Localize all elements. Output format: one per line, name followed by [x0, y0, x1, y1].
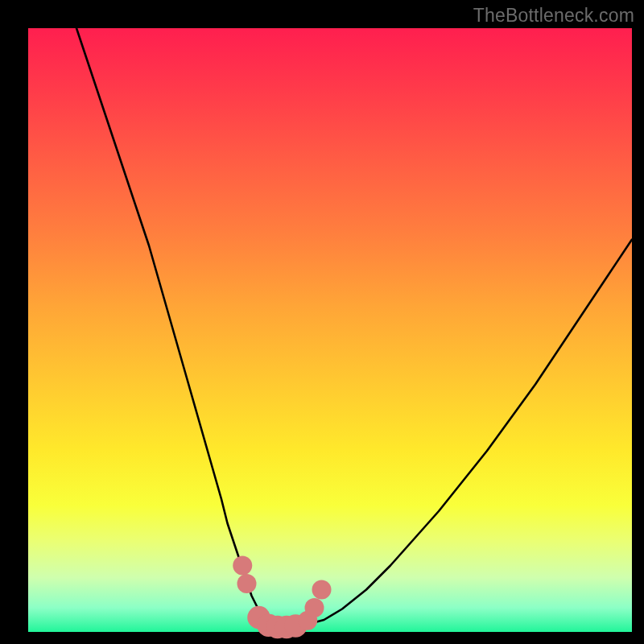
plot-area: [28, 28, 632, 632]
chart-frame: TheBottleneck.com: [0, 0, 644, 644]
bottleneck-curve: [76, 28, 632, 626]
watermark-text: TheBottleneck.com: [473, 5, 634, 27]
curve-marker-9: [312, 580, 332, 600]
chart-svg: [28, 28, 632, 632]
curve-markers: [233, 556, 331, 639]
curve-marker-0: [233, 556, 252, 576]
curve-marker-1: [237, 574, 257, 593]
curve-marker-8: [305, 598, 324, 617]
